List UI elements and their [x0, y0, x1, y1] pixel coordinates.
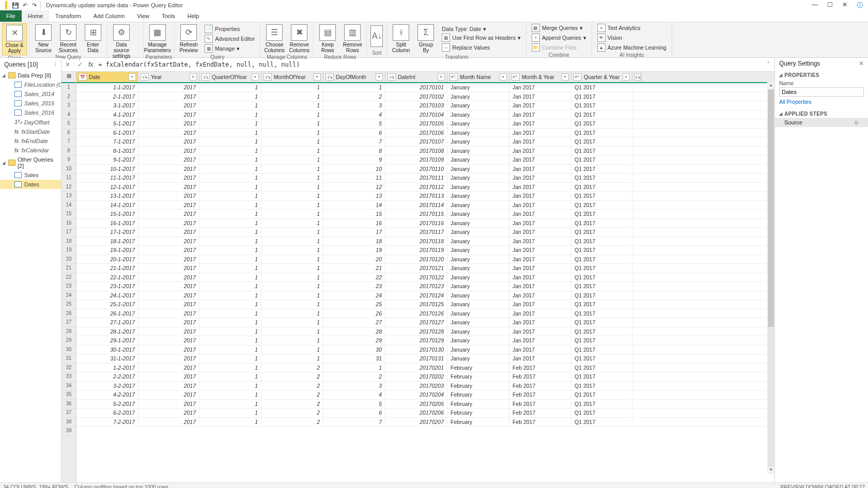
cell[interactable]: 18-1-2017 — [76, 237, 138, 246]
cell[interactable]: Jan 2017 — [509, 336, 571, 345]
cell[interactable]: January — [447, 129, 509, 137]
filter-dropdown-icon[interactable]: ▾ — [623, 73, 630, 81]
cell[interactable]: 1 — [261, 273, 323, 282]
cell[interactable]: 20170124 — [385, 291, 447, 300]
cell[interactable]: 1 — [261, 210, 323, 218]
type-icon[interactable]: 1²₃ — [202, 73, 210, 81]
cell[interactable]: 20170204 — [385, 390, 447, 399]
row-number[interactable]: 4 — [61, 111, 76, 120]
cell[interactable]: 2017 — [138, 372, 199, 381]
v-scroll-thumb[interactable] — [768, 89, 774, 327]
column-header[interactable]: Aᵇ꜀Quarter & Year▾ — [571, 72, 632, 82]
cell[interactable]: 1 — [261, 354, 323, 363]
cell[interactable]: 14 — [323, 201, 385, 210]
query-item[interactable]: fxfxEndDate — [0, 136, 61, 146]
table-row[interactable]: 13-1-20172017111320170113JanuaryJan 2017… — [76, 192, 774, 201]
cell[interactable]: 2017 — [138, 273, 199, 282]
cell[interactable]: Q1 2017 — [571, 210, 632, 218]
cell[interactable]: 1 — [261, 101, 323, 110]
cell[interactable]: 9-1-2017 — [76, 155, 138, 164]
cell[interactable]: 29-1-2017 — [76, 336, 138, 345]
cell[interactable]: 2 — [261, 408, 323, 417]
cell[interactable]: 18 — [323, 237, 385, 246]
cell[interactable]: Jan 2017 — [509, 111, 571, 119]
cell[interactable]: Q1 2017 — [571, 228, 632, 237]
type-icon[interactable]: Aᵇ꜀ — [450, 73, 458, 81]
cell[interactable]: 1 — [261, 174, 323, 182]
table-row[interactable]: 6-1-2017201711620170106JanuaryJan 2017Q1… — [76, 129, 774, 138]
cell[interactable]: 25-1-2017 — [76, 300, 138, 309]
row-number[interactable]: 17 — [61, 228, 76, 237]
cell[interactable]: 1 — [261, 129, 323, 137]
cell[interactable]: 7 — [323, 418, 385, 427]
cell[interactable]: February — [447, 390, 509, 399]
cell[interactable]: 3 — [323, 382, 385, 390]
type-icon[interactable]: 1²₃ — [388, 73, 396, 81]
cell[interactable]: 20170120 — [385, 255, 447, 264]
cell[interactable]: 1 — [199, 327, 261, 336]
cell[interactable]: 9 — [323, 155, 385, 164]
row-number[interactable]: 10 — [61, 165, 76, 174]
first-row-headers-button[interactable]: ▦Use First Row as Headers ▾ — [441, 33, 522, 42]
row-number[interactable]: 20 — [61, 255, 76, 264]
row-number[interactable]: 38 — [61, 418, 76, 427]
fx-icon[interactable]: fx — [88, 61, 93, 68]
row-number[interactable]: 7 — [61, 137, 76, 147]
cell[interactable]: 20170203 — [385, 382, 447, 390]
cell[interactable]: 11-1-2017 — [76, 174, 138, 182]
row-number[interactable]: 15 — [61, 210, 76, 219]
cell[interactable]: 20170102 — [385, 92, 447, 101]
cell[interactable]: 4 — [323, 111, 385, 119]
cell[interactable]: 2017 — [138, 390, 199, 399]
row-number[interactable]: 39 — [61, 427, 76, 436]
cell[interactable]: 2017 — [138, 155, 199, 164]
cell[interactable]: Jan 2017 — [509, 155, 571, 164]
cell[interactable]: 30 — [323, 345, 385, 354]
cell[interactable]: 1 — [261, 237, 323, 246]
cell[interactable]: Q1 2017 — [571, 418, 632, 427]
cell[interactable]: 1 — [261, 228, 323, 237]
cell[interactable]: 27 — [323, 318, 385, 327]
row-number[interactable]: 22 — [61, 273, 76, 282]
column-header-extra[interactable]: 1²₃ — [632, 72, 642, 82]
cell[interactable]: Jan 2017 — [509, 183, 571, 192]
cell[interactable]: 6 — [323, 408, 385, 417]
cell[interactable]: 2017 — [138, 237, 199, 246]
cell[interactable]: 15 — [323, 210, 385, 218]
sort-button[interactable]: A↓ — [369, 24, 384, 49]
row-number[interactable]: 25 — [61, 300, 76, 309]
cell[interactable]: Jan 2017 — [509, 282, 571, 291]
table-row[interactable]: 30-1-20172017113020170130JanuaryJan 2017… — [76, 345, 774, 355]
cell[interactable]: January — [447, 255, 509, 264]
minimize-button[interactable]: — — [812, 1, 818, 10]
cell[interactable]: Q1 2017 — [571, 364, 632, 372]
cell[interactable]: 1 — [199, 219, 261, 228]
cell[interactable]: 1 — [261, 318, 323, 327]
table-row[interactable]: 3-1-2017201711320170103JanuaryJan 2017Q1… — [76, 101, 774, 111]
cell[interactable]: 1 — [199, 345, 261, 354]
select-all-corner[interactable]: ▦ — [61, 72, 76, 83]
tab-tools[interactable]: Tools — [156, 10, 181, 22]
cell[interactable]: 1 — [199, 174, 261, 182]
column-header[interactable]: 1²₃QuarterOfYear▾ — [199, 72, 261, 82]
cell[interactable]: January — [447, 282, 509, 291]
cell[interactable]: Q1 2017 — [571, 327, 632, 336]
cell[interactable]: 24-1-2017 — [76, 291, 138, 300]
cell[interactable]: January — [447, 119, 509, 128]
cell[interactable]: 20170126 — [385, 309, 447, 318]
cell[interactable]: 20170106 — [385, 129, 447, 137]
cell[interactable]: 20170123 — [385, 282, 447, 291]
cell[interactable]: 20170202 — [385, 372, 447, 381]
cell[interactable]: 21-1-2017 — [76, 264, 138, 273]
cell[interactable]: 1 — [199, 201, 261, 210]
row-number[interactable]: 28 — [61, 327, 76, 337]
cell[interactable]: Jan 2017 — [509, 219, 571, 228]
cell[interactable]: January — [447, 201, 509, 210]
cell[interactable]: January — [447, 210, 509, 218]
cell[interactable]: 20170103 — [385, 101, 447, 110]
column-header[interactable]: 1²₃DateInt▾ — [385, 72, 447, 82]
cell[interactable]: Feb 2017 — [509, 408, 571, 417]
cell[interactable]: 21 — [323, 264, 385, 273]
cell[interactable]: 2 — [261, 418, 323, 427]
cell[interactable]: Feb 2017 — [509, 390, 571, 399]
